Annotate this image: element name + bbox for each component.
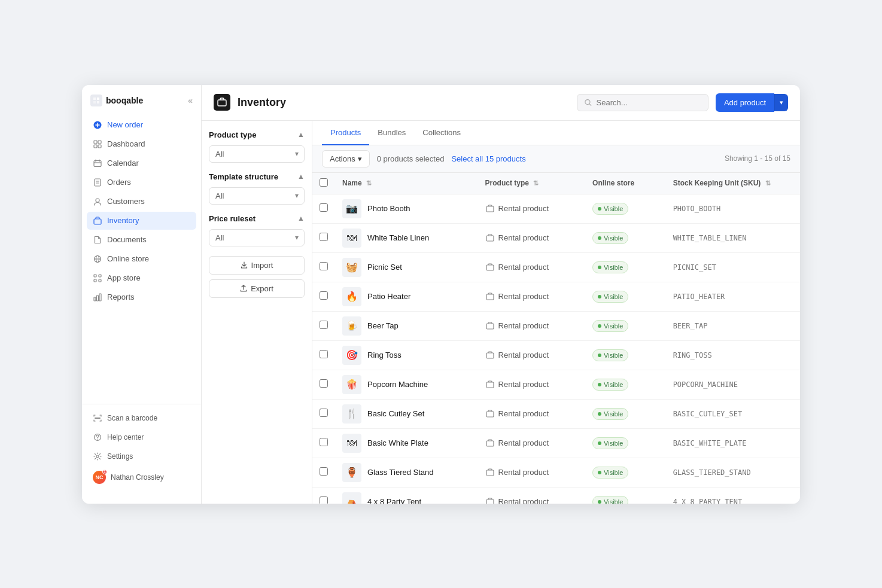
row-checkbox[interactable] [320,496,328,504]
product-type-label: Product type [209,130,256,139]
rental-product-icon [485,351,495,360]
row-checkbox[interactable] [320,350,328,358]
sku-sort-icon[interactable]: ⇅ [765,179,771,187]
tabs: Products Bundles Collections [312,121,800,145]
row-checkbox[interactable] [320,233,328,241]
header: Inventory Add product ▾ [202,85,800,121]
table-row: 🍺 Beer Tap Rental product Visible BE [312,311,800,340]
visibility-text: Visible [604,381,623,388]
toolbar-left: Actions ▾ 0 products selected Select all… [322,150,526,167]
main-content: Inventory Add product ▾ Product ty [202,85,800,504]
add-product-button-group: Add product ▾ [716,93,788,112]
visible-dot [598,500,601,504]
product-name: Photo Booth [367,204,410,213]
export-icon [240,285,247,292]
svg-rect-32 [486,470,494,476]
sidebar-item-documents[interactable]: Documents [87,231,196,249]
row-checkbox[interactable] [320,467,328,476]
row-checkbox[interactable] [320,379,328,388]
product-type-filter-header[interactable]: Product type ▲ [209,130,305,139]
svg-rect-26 [486,294,494,300]
actions-chevron-icon: ▾ [358,154,362,163]
actions-button[interactable]: Actions ▾ [322,150,370,167]
select-all-link[interactable]: Select all 15 products [451,154,525,163]
product-type-text: Rental product [498,292,549,301]
sidebar-item-new-order[interactable]: New order [87,116,196,134]
product-type-text: Rental product [498,351,549,359]
import-button[interactable]: Import [209,256,305,275]
sidebar-item-orders[interactable]: Orders [87,173,196,191]
sidebar-item-label-documents: Documents [107,235,147,244]
product-name: Popcorn Machine [367,380,428,389]
row-checkbox[interactable] [320,291,328,300]
body-layout: Product type ▲ All Rental product Sales … [202,121,800,504]
price-ruleset-select[interactable]: All [209,229,305,246]
sidebar-item-dashboard[interactable]: Dashboard [87,135,196,153]
tab-collections[interactable]: Collections [414,121,469,145]
rental-product-icon [485,204,495,214]
product-type-text: Rental product [498,468,549,477]
svg-rect-24 [486,236,494,241]
template-structure-filter-header[interactable]: Template structure ▲ [209,172,305,181]
avatar-initials: NC [96,474,104,480]
type-sort-icon[interactable]: ⇅ [533,179,539,187]
product-thumbnail: 📷 [342,199,361,218]
svg-rect-13 [94,279,96,282]
tab-bundles[interactable]: Bundles [369,121,414,145]
rental-product-icon [485,468,495,477]
import-icon [241,261,248,269]
sidebar-item-app-store[interactable]: App store [87,269,196,287]
visibility-badge: Visible [592,320,628,332]
row-checkbox[interactable] [320,409,328,417]
product-thumbnail: ⛺ [342,492,361,504]
search-bar[interactable] [577,94,708,111]
col-online-store: Online store [585,173,666,194]
tab-products[interactable]: Products [322,121,369,145]
select-all-checkbox[interactable] [320,178,328,187]
sidebar-item-label-new-order: New order [107,120,143,129]
product-thumbnail: 🧺 [342,258,361,277]
template-structure-select[interactable]: All Single Bundle [209,187,305,205]
sidebar-item-scan[interactable]: Scan a barcode [87,409,196,427]
row-checkbox[interactable] [320,321,328,329]
visibility-badge: Visible [592,291,628,303]
row-checkbox[interactable] [320,262,328,270]
add-product-button[interactable]: Add product [716,93,774,112]
collapse-button[interactable]: « [188,96,193,105]
price-ruleset-filter-header[interactable]: Price ruleset ▲ [209,214,305,223]
svg-rect-12 [99,275,101,277]
sidebar-item-reports[interactable]: Reports [87,288,196,306]
reports-icon [93,293,102,302]
sidebar-item-customers[interactable]: Customers [87,193,196,211]
price-ruleset-label: Price ruleset [209,214,256,223]
row-checkbox[interactable] [320,438,328,446]
product-type-select[interactable]: All Rental product Sales product [209,145,305,163]
product-type-text: Rental product [498,321,549,330]
visible-dot [598,383,601,386]
sidebar-item-online-store[interactable]: Online store [87,250,196,268]
sidebar-item-calendar[interactable]: Calendar [87,154,196,172]
sidebar-item-inventory[interactable]: Inventory [87,212,196,230]
name-sort-icon[interactable]: ⇅ [366,179,372,187]
product-type-text: Rental product [498,380,549,389]
sku-value: POPCORN_MACHINE [673,380,738,389]
search-input[interactable] [597,98,701,107]
col-product-type: Product type ⇅ [478,173,585,194]
template-structure-chevron: ▲ [297,172,305,181]
table-row: 🧺 Picnic Set Rental product Visible [312,252,800,282]
notification-badge: 1 [102,470,107,474]
product-type-chevron: ▲ [297,130,305,139]
sidebar-item-label-settings: Settings [107,452,133,461]
avatar: NC 1 [93,471,106,484]
add-product-caret-button[interactable]: ▾ [774,94,788,111]
row-checkbox[interactable] [320,203,328,212]
sidebar-item-help[interactable]: Help center [87,428,196,446]
sidebar-item-label-calendar: Calendar [107,159,139,167]
user-menu[interactable]: NC 1 Nathan Crossley [87,467,196,488]
product-name: Patio Heater [367,292,410,301]
visibility-text: Visible [604,264,623,271]
sidebar-item-settings[interactable]: Settings [87,447,196,465]
svg-rect-4 [98,145,101,148]
export-button[interactable]: Export [209,279,305,298]
customers-icon [93,197,102,206]
